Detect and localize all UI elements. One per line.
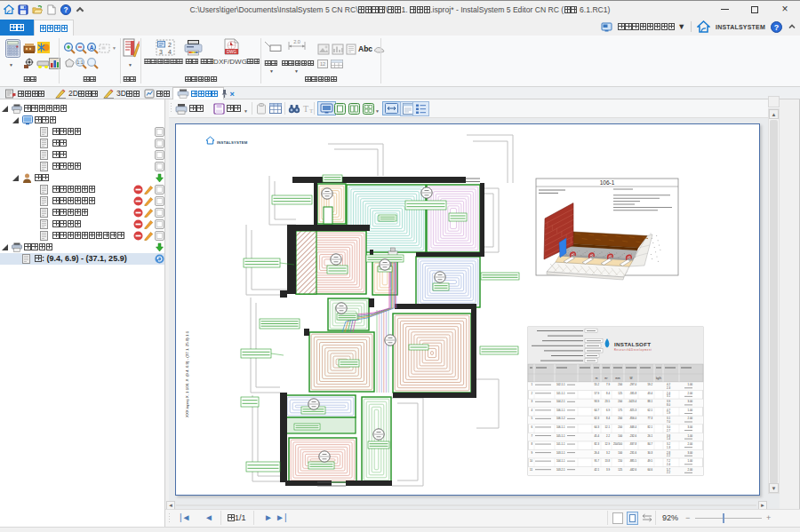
svg-text:3.00: 3.00 xyxy=(688,425,693,429)
svg-text:3.00: 3.00 xyxy=(688,400,693,403)
svg-text:102-1-1: 102-1-1 xyxy=(556,383,565,386)
svg-text:200: 200 xyxy=(618,417,622,420)
svg-text:45.4: 45.4 xyxy=(595,434,600,438)
svg-text:62.1: 62.1 xyxy=(648,409,653,412)
svg-text:82.3: 82.3 xyxy=(595,442,600,446)
svg-text:101-1-1: 101-1-1 xyxy=(556,442,565,446)
svg-text:101-1-1: 101-1-1 xyxy=(556,392,565,395)
svg-text:64.6: 64.6 xyxy=(648,468,653,472)
svg-text:R e s e a r c h & D e v e l o: R e s e a r c h & D e v e l o p m e n t xyxy=(614,348,652,352)
svg-text:93.9: 93.9 xyxy=(595,400,600,403)
svg-text:95.7: 95.7 xyxy=(595,459,600,463)
svg-text:103-1-1: 103-1-1 xyxy=(556,451,565,455)
svg-text:-335.8: -335.8 xyxy=(629,392,636,395)
svg-text:1:1: 1:1 xyxy=(77,60,84,65)
svg-text:84.7: 84.7 xyxy=(648,442,653,446)
svg-text:1.9: 1.9 xyxy=(667,411,670,415)
svg-text:104-2-1: 104-2-1 xyxy=(556,400,565,403)
svg-text:2.00: 2.00 xyxy=(688,442,693,446)
svg-text:8.0: 8.0 xyxy=(667,403,670,407)
svg-text:T: T xyxy=(303,104,308,114)
svg-text:43.4: 43.4 xyxy=(648,392,653,395)
svg-text:2.00: 2.00 xyxy=(688,468,693,472)
svg-text:1.00: 1.00 xyxy=(688,383,693,386)
svg-text:-231.6: -231.6 xyxy=(629,451,636,455)
svg-text:2.2: 2.2 xyxy=(606,434,610,438)
svg-text:-848.4: -848.4 xyxy=(629,425,636,429)
svg-text:2.7: 2.7 xyxy=(667,429,670,433)
svg-text:-885.5: -885.5 xyxy=(629,459,636,463)
svg-text:200: 200 xyxy=(618,425,622,429)
svg-text:7.9: 7.9 xyxy=(606,383,610,386)
svg-text:4: 4 xyxy=(168,49,172,55)
svg-text:175: 175 xyxy=(618,409,622,412)
svg-text:100: 100 xyxy=(618,451,622,455)
svg-text:100: 100 xyxy=(618,434,622,438)
svg-text:INSTALSYSTEM: INSTALSYSTEM xyxy=(217,140,248,145)
svg-text:49.5: 49.5 xyxy=(648,459,653,463)
svg-text:2.0: 2.0 xyxy=(293,39,300,44)
svg-text:-856.0: -856.0 xyxy=(629,417,636,420)
svg-text:m: m xyxy=(596,377,598,380)
svg-text:DWG: DWG xyxy=(227,50,236,54)
svg-text:-442.6: -442.6 xyxy=(629,468,636,472)
svg-text:3: 3 xyxy=(159,49,163,55)
svg-text:30.3: 30.3 xyxy=(648,451,653,455)
svg-text:105-1-1: 105-1-1 xyxy=(556,434,565,438)
svg-text:26.4: 26.4 xyxy=(595,451,600,455)
svg-text:10: 10 xyxy=(530,459,533,463)
svg-text:2: 2 xyxy=(168,42,172,48)
svg-text:55.2: 55.2 xyxy=(595,383,600,386)
svg-text:77.3: 77.3 xyxy=(648,417,653,420)
svg-text:8.4: 8.4 xyxy=(606,392,610,395)
svg-text:42.1: 42.1 xyxy=(595,468,600,472)
svg-text:150: 150 xyxy=(618,459,622,463)
svg-text:88.1: 88.1 xyxy=(648,400,653,403)
svg-text:64.3: 64.3 xyxy=(595,425,600,429)
svg-text:mm: mm xyxy=(615,377,620,380)
svg-text:104-1-1: 104-1-1 xyxy=(556,459,565,463)
svg-text:A: A xyxy=(90,44,94,51)
svg-text:26.1: 26.1 xyxy=(648,434,653,438)
svg-text:3.2: 3.2 xyxy=(606,451,610,455)
svg-text:2.2: 2.2 xyxy=(667,454,670,457)
svg-text:106-1-1: 106-1-1 xyxy=(556,425,565,429)
svg-text:3.1: 3.1 xyxy=(667,394,670,398)
svg-text:12.9: 12.9 xyxy=(605,442,611,446)
svg-text:59.2: 59.2 xyxy=(648,383,653,386)
svg-text:-837.8: -837.8 xyxy=(629,442,636,446)
svg-text:57.9: 57.9 xyxy=(595,392,600,395)
svg-text:-825.3: -825.3 xyxy=(629,409,636,412)
svg-text:23.5: 23.5 xyxy=(605,400,611,403)
svg-text:?: ? xyxy=(774,22,780,31)
svg-text:125: 125 xyxy=(618,392,622,395)
svg-text:2.00: 2.00 xyxy=(688,417,693,420)
svg-text:2.2: 2.2 xyxy=(667,471,670,474)
svg-text:8.4: 8.4 xyxy=(606,417,610,420)
svg-text:1.4: 1.4 xyxy=(667,437,670,441)
svg-text:Abc: Abc xyxy=(358,44,372,53)
svg-text:6.9: 6.9 xyxy=(606,409,610,412)
svg-text:13.8: 13.8 xyxy=(605,459,611,463)
svg-text:2.00: 2.00 xyxy=(688,392,693,395)
svg-text:106-1-1: 106-1-1 xyxy=(556,409,565,412)
svg-text:62.3: 62.3 xyxy=(595,417,600,420)
svg-text:1.00: 1.00 xyxy=(688,409,693,412)
svg-text:64.7: 64.7 xyxy=(595,409,600,412)
svg-text:12.1: 12.1 xyxy=(605,425,611,429)
svg-text:1.3: 1.3 xyxy=(667,446,670,449)
svg-text:-232.6: -232.6 xyxy=(629,434,636,438)
svg-text:1.00: 1.00 xyxy=(688,459,693,463)
svg-text:200: 200 xyxy=(618,400,622,403)
svg-text:1.00: 1.00 xyxy=(688,434,693,438)
svg-text:3.9: 3.9 xyxy=(606,468,610,472)
svg-text:103-2-1: 103-2-1 xyxy=(556,468,565,472)
svg-text:82.1: 82.1 xyxy=(648,425,653,429)
svg-text:106-1-2: 106-1-2 xyxy=(556,417,565,420)
svg-text:11: 11 xyxy=(530,468,532,472)
svg-text:200: 200 xyxy=(618,383,622,386)
svg-text:250/100: 250/100 xyxy=(613,442,623,446)
svg-text:12: 12 xyxy=(320,61,325,67)
svg-text:XXX.isproj X, 1:100, X: (9.4,: XXX.isproj X, 1:100, X: (9.4, 6.9) - (37… xyxy=(185,330,189,417)
svg-text:125: 125 xyxy=(618,468,622,472)
